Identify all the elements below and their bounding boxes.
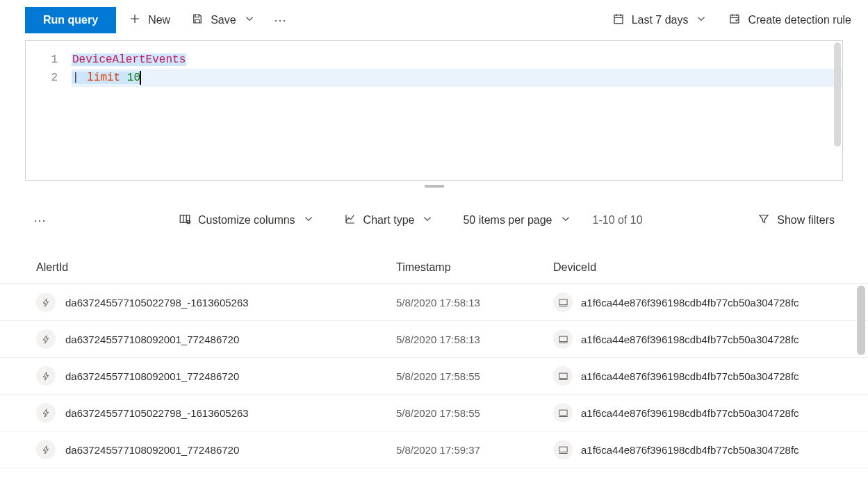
cell-timestamp: 5/8/2020 17:58:13 [396,334,553,345]
line-gutter: 1 2 [26,41,72,180]
svg-rect-2 [180,215,190,223]
chevron-down-icon [695,13,707,28]
create-detection-rule-button[interactable]: Create detection rule [720,8,860,32]
show-filters-button[interactable]: Show filters [749,208,843,232]
main-toolbar: Run query New Save ⋯ Last 7 days Create … [0,0,868,40]
cell-alertid: da637245577108092001_772486720 [65,370,239,382]
device-icon [553,366,573,386]
svg-rect-8 [559,447,566,452]
filters-label: Show filters [777,214,835,227]
cell-timestamp: 5/8/2020 17:58:55 [396,407,553,419]
bolt-icon [36,329,56,349]
table-row[interactable]: da637245577105022798_-16136052635/8/2020… [0,395,868,431]
plus-icon [129,13,141,28]
time-range-label: Last 7 days [632,14,689,26]
device-icon [553,293,573,312]
run-query-label: Run query [43,14,98,26]
customize-label: Customize columns [198,214,295,227]
cell-timestamp: 5/8/2020 17:58:55 [396,370,553,382]
col-header-timestamp[interactable]: Timestamp [396,261,553,274]
chevron-down-icon [302,213,315,228]
device-icon [553,329,573,349]
text-cursor [140,71,141,85]
chart-icon [344,213,357,228]
bolt-icon [36,440,56,459]
cell-timestamp: 5/8/2020 17:58:13 [396,297,553,309]
table-row[interactable]: da637245577105022798_-16136052635/8/2020… [0,284,868,321]
chevron-down-icon [559,213,572,228]
table-row[interactable]: da637245577108092001_7724867205/8/2020 1… [0,431,868,468]
bolt-icon [36,403,56,422]
device-icon [553,403,573,422]
chart-type-button[interactable]: Chart type [336,208,443,232]
cell-timestamp: 5/8/2020 17:59:37 [396,444,553,456]
table-header: AlertId Timestamp DeviceId [0,240,868,284]
svg-rect-0 [614,15,623,24]
chart-label: Chart type [363,214,415,227]
run-query-button[interactable]: Run query [25,7,116,33]
detection-rule-icon [728,13,741,28]
cell-deviceid: a1f6ca44e876f396198cdb4fb77cb50a304728fc [581,334,799,345]
code-line-2: | limit 10 [72,69,842,87]
page-size-dropdown[interactable]: 50 items per page [455,208,580,232]
more-actions-button[interactable]: ⋯ [268,13,294,28]
new-button[interactable]: New [120,8,179,32]
new-label: New [148,14,170,26]
results-scrollbar[interactable] [857,286,865,355]
code-area[interactable]: DeviceAlertEvents | limit 10 [72,41,842,180]
col-header-alertid[interactable]: AlertId [36,261,396,274]
filter-icon [758,213,770,228]
cell-deviceid: a1f6ca44e876f396198cdb4fb77cb50a304728fc [581,407,799,419]
svg-rect-6 [559,373,566,379]
cell-alertid: da637245577108092001_772486720 [65,334,239,345]
time-range-dropdown[interactable]: Last 7 days [604,8,716,32]
svg-rect-5 [559,336,566,342]
table-row[interactable]: da637245577108092001_7724867205/8/2020 1… [0,358,868,395]
editor-scrollbar[interactable] [834,42,841,147]
chevron-down-icon [421,213,434,228]
token-number: 10 [127,72,140,84]
chevron-down-icon [243,13,256,28]
columns-icon [179,213,191,228]
table-row[interactable]: da637245577108092001_7724867205/8/2020 1… [0,321,868,358]
result-range-label: 1-10 of 10 [593,214,643,227]
svg-rect-1 [730,15,739,23]
save-icon [191,13,204,28]
page-size-label: 50 items per page [463,214,552,227]
token-table: DeviceAlertEvents [72,54,186,66]
bolt-icon [36,366,56,386]
bolt-icon [36,293,56,312]
svg-rect-4 [559,299,566,305]
device-icon [553,440,573,459]
calendar-icon [612,13,625,28]
svg-rect-7 [559,410,566,416]
token-pipe: | [72,72,87,84]
cell-alertid: da637245577105022798_-1613605263 [65,297,249,309]
results-more-button[interactable]: ⋯ [33,213,48,228]
col-header-deviceid[interactable]: DeviceId [553,261,843,274]
save-button[interactable]: Save [183,8,263,32]
cell-alertid: da637245577108092001_772486720 [65,444,239,456]
cell-alertid: da637245577105022798_-1613605263 [65,407,249,419]
customize-columns-button[interactable]: Customize columns [170,208,323,232]
results-rows: da637245577105022798_-16136052635/8/2020… [0,284,868,468]
cell-deviceid: a1f6ca44e876f396198cdb4fb77cb50a304728fc [581,444,799,456]
create-rule-label: Create detection rule [748,14,851,26]
token-limit: limit [87,72,127,84]
gutter-line-1: 1 [26,51,72,69]
query-editor[interactable]: 1 2 DeviceAlertEvents | limit 10 [25,40,843,181]
cell-deviceid: a1f6ca44e876f396198cdb4fb77cb50a304728fc [581,370,799,382]
code-line-1: DeviceAlertEvents [72,51,842,69]
save-label: Save [211,14,236,26]
cell-deviceid: a1f6ca44e876f396198cdb4fb77cb50a304728fc [581,297,799,309]
results-toolbar: ⋯ Customize columns Chart type 50 items … [0,188,868,240]
gutter-line-2: 2 [26,69,72,87]
